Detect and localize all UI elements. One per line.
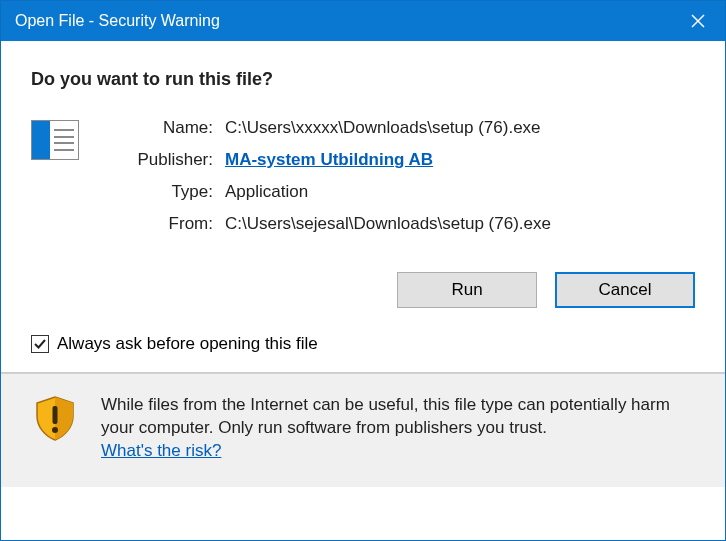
cancel-button[interactable]: Cancel: [555, 272, 695, 308]
dialog-heading: Do you want to run this file?: [31, 69, 695, 90]
name-label: Name:: [103, 118, 213, 138]
always-ask-checkbox[interactable]: [31, 335, 49, 353]
from-label: From:: [103, 214, 213, 234]
type-label: Type:: [103, 182, 213, 202]
always-ask-label: Always ask before opening this file: [57, 334, 318, 354]
shield-warning-icon: [31, 394, 79, 442]
titlebar: Open File - Security Warning: [1, 1, 725, 41]
security-warning-dialog: Open File - Security Warning Do you want…: [0, 0, 726, 541]
upper-section: Do you want to run this file? Name: C:\U…: [1, 41, 725, 250]
svg-point-3: [52, 427, 58, 433]
run-button[interactable]: Run: [397, 272, 537, 308]
checkbox-row: Always ask before opening this file: [1, 316, 725, 372]
type-value: Application: [225, 182, 551, 202]
window-title: Open File - Security Warning: [15, 12, 220, 30]
info-row: Name: C:\Users\xxxxx\Downloads\setup (76…: [31, 118, 695, 234]
checkmark-icon: [33, 337, 47, 351]
warning-section: While files from the Internet can be use…: [1, 373, 725, 487]
publisher-label: Publisher:: [103, 150, 213, 170]
warning-text-block: While files from the Internet can be use…: [101, 394, 695, 463]
file-fields: Name: C:\Users\xxxxx\Downloads\setup (76…: [103, 118, 551, 234]
button-row: Run Cancel: [1, 250, 725, 316]
application-icon: [31, 120, 79, 160]
publisher-link[interactable]: MA-system Utbildning AB: [225, 150, 433, 169]
whats-the-risk-link[interactable]: What's the risk?: [101, 441, 221, 460]
warning-text: While files from the Internet can be use…: [101, 395, 670, 437]
name-value: C:\Users\xxxxx\Downloads\setup (76).exe: [225, 118, 551, 138]
close-icon: [691, 14, 705, 28]
from-value: C:\Users\sejesal\Downloads\setup (76).ex…: [225, 214, 551, 234]
close-button[interactable]: [671, 1, 725, 41]
svg-rect-2: [53, 406, 58, 424]
dialog-content: Do you want to run this file? Name: C:\U…: [1, 41, 725, 540]
